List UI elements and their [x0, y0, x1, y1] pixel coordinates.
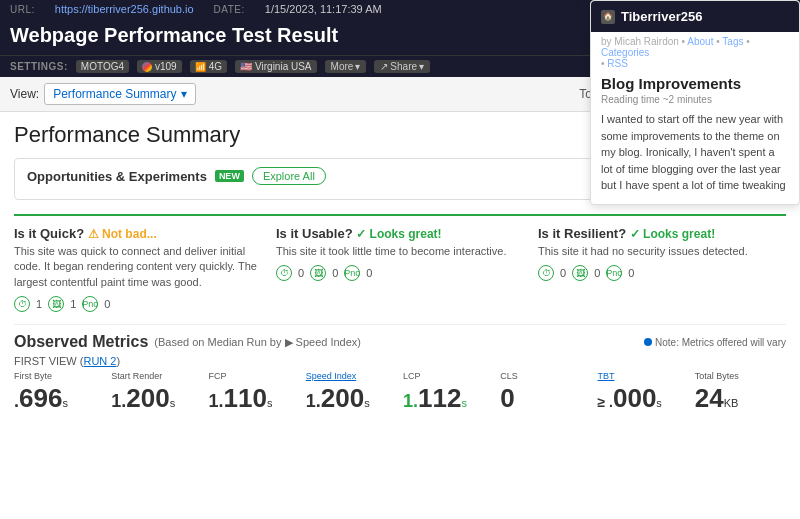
usable-question-text: Is it Usable? [276, 226, 353, 241]
quick-timer-icon: ⏱ [14, 296, 30, 312]
resilient-question: Is it Resilient? ✓ Looks great! [538, 226, 786, 241]
note-text: Note: Metrics offered will vary [655, 337, 786, 348]
resilient-icons: ⏱ 0 🖼 0 Pno 0 [538, 265, 786, 281]
tbt-prefix: ≥ . [598, 394, 613, 410]
popup-site-name: Tiberriver256 [621, 9, 702, 24]
usable-desc: This site it took little time to become … [276, 244, 524, 259]
resilient-timer-icon: ⏱ [538, 265, 554, 281]
lcp-value: 1. 112 s [403, 383, 494, 414]
quick-column: Is it Quick? ⚠ Not bad... This site was … [14, 226, 262, 312]
popup-rss-link[interactable]: RSS [607, 58, 628, 69]
fcp-main: 110 [224, 383, 267, 414]
share-label: Share [390, 61, 417, 72]
fcp-label: FCP [209, 371, 300, 381]
cls-value: 0 [500, 383, 591, 414]
site-popup: 🏠 Tiberriver256 by Micah Rairdon • About… [590, 0, 800, 205]
speed-index-value: 1. 200 s [306, 383, 397, 414]
run-link[interactable]: RUN 2 [83, 355, 116, 367]
usable-icons: ⏱ 0 🖼 0 Pno 0 [276, 265, 524, 281]
motog4-badge: MOTOG4 [76, 60, 129, 73]
resilient-image-val: 0 [594, 267, 600, 279]
share-button[interactable]: ↗ Share ▾ [374, 60, 430, 73]
metric-cls: CLS 0 [500, 371, 591, 414]
first-view-label: FIRST VIEW (RUN 2) [14, 355, 786, 367]
chevron-down-share-icon: ▾ [419, 61, 424, 72]
chrome-icon [142, 62, 152, 72]
date-value: 1/15/2023, 11:17:39 AM [265, 3, 382, 15]
resilient-column: Is it Resilient? ✓ Looks great! This sit… [538, 226, 786, 312]
popup-about-link[interactable]: About [687, 36, 713, 47]
resilient-status: ✓ Looks great! [630, 227, 715, 241]
new-badge: NEW [215, 170, 244, 182]
dropdown-arrow-icon: ▾ [181, 87, 187, 101]
fcp-unit: s [267, 397, 273, 409]
speed-index-main: 200 [321, 383, 364, 414]
view-section: View: Performance Summary ▾ [10, 83, 196, 105]
usable-pno-val: 0 [366, 267, 372, 279]
cls-label: CLS [500, 371, 591, 381]
connection-text: 4G [209, 61, 222, 72]
tbt-unit: s [656, 397, 662, 409]
popup-categories-link[interactable]: Categories [601, 47, 649, 58]
resilient-image-icon: 🖼 [572, 265, 588, 281]
quick-pno-badge: Pno [82, 296, 98, 312]
fcp-prefix: 1. [209, 391, 224, 412]
usable-status: ✓ Looks great! [356, 227, 441, 241]
cls-main: 0 [500, 383, 514, 414]
lcp-unit: s [461, 397, 467, 409]
speed-index-prefix: 1. [306, 391, 321, 412]
total-bytes-label: Total Bytes [695, 371, 786, 381]
metric-fcp: FCP 1. 110 s [209, 371, 300, 414]
observed-header: Observed Metrics (Based on Median Run by… [14, 333, 786, 351]
usable-timer-val: 0 [298, 267, 304, 279]
note-dot-icon [644, 338, 652, 346]
view-dropdown[interactable]: Performance Summary ▾ [44, 83, 195, 105]
usable-question: Is it Usable? ✓ Looks great! [276, 226, 524, 241]
first-byte-label: First Byte [14, 371, 105, 381]
speed-index-label[interactable]: Speed Index [306, 371, 397, 381]
site-icon: 🏠 [601, 10, 615, 24]
fcp-value: 1. 110 s [209, 383, 300, 414]
more-label: More [331, 61, 354, 72]
motog4-text: MOTOG4 [81, 61, 124, 72]
resilient-timer-val: 0 [560, 267, 566, 279]
chevron-down-icon: ▾ [355, 61, 360, 72]
quick-question: Is it Quick? ⚠ Not bad... [14, 226, 262, 241]
popup-reading-time: Reading time ~2 minutes [591, 94, 799, 111]
url-label: URL: [10, 4, 35, 15]
metrics-columns: Is it Quick? ⚠ Not bad... This site was … [14, 214, 786, 312]
usable-image-val: 0 [332, 267, 338, 279]
quick-desc: This site was quick to connect and deliv… [14, 244, 262, 290]
first-byte-unit: s [62, 397, 68, 409]
first-view-text: FIRST VIEW [14, 355, 77, 367]
metric-lcp: LCP 1. 112 s [403, 371, 494, 414]
more-button[interactable]: More ▾ [325, 60, 367, 73]
url-link[interactable]: https://tiberriver256.github.io [55, 3, 194, 15]
resilient-pno-val: 0 [628, 267, 634, 279]
first-byte-main: 696 [19, 383, 62, 414]
location-text: Virginia USA [255, 61, 312, 72]
speed-index-unit: s [364, 397, 370, 409]
quick-image-icon: 🖼 [48, 296, 64, 312]
resilient-question-text: Is it Resilient? [538, 226, 626, 241]
usable-image-icon: 🖼 [310, 265, 326, 281]
total-bytes-unit: KB [724, 397, 739, 409]
start-render-value: 1. 200 s [111, 383, 202, 414]
start-render-prefix: 1. [111, 391, 126, 412]
explore-all-button[interactable]: Explore All [252, 167, 326, 185]
first-byte-value: . 696 s [14, 383, 105, 414]
view-dropdown-label: Performance Summary [53, 87, 176, 101]
metric-start-render: Start Render 1. 200 s [111, 371, 202, 414]
flag-icon: 🇺🇸 [240, 61, 252, 72]
observed-subtitle: (Based on Median Run by ▶ Speed Index) [154, 336, 361, 349]
observed-section: Observed Metrics (Based on Median Run by… [14, 324, 786, 414]
chrome-badge: v109 [137, 60, 182, 73]
popup-tags-link[interactable]: Tags [722, 36, 743, 47]
share-icon: ↗ [380, 61, 388, 72]
start-render-main: 200 [126, 383, 169, 414]
perf-metrics-grid: First Byte . 696 s Start Render 1. 200 s… [14, 371, 786, 414]
lcp-label: LCP [403, 371, 494, 381]
tbt-label[interactable]: TBT [598, 371, 689, 381]
quick-status: ⚠ Not bad... [88, 227, 157, 241]
popup-blog-title: Blog Improvements [591, 69, 799, 94]
